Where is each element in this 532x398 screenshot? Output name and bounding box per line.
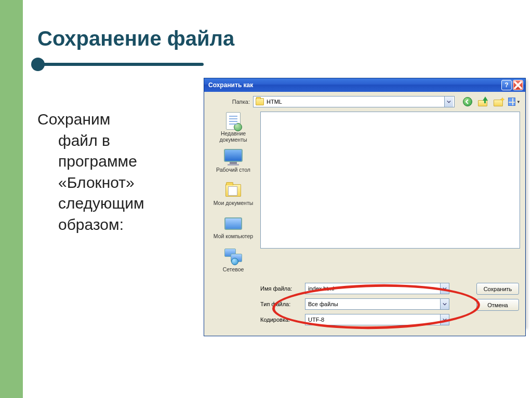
- up-one-level-button[interactable]: [477, 96, 489, 107]
- new-folder-icon: ✦: [494, 97, 504, 106]
- titlebar[interactable]: Сохранить как ?: [204, 78, 525, 92]
- desktop-icon: [224, 149, 242, 166]
- title-bar: [37, 63, 204, 66]
- help-button[interactable]: ?: [501, 80, 512, 90]
- encoding-select[interactable]: UTF-8: [305, 314, 449, 325]
- save-as-dialog: Сохранить как ? Папка: HTML: [204, 78, 526, 336]
- folder-toolbar: Папка: HTML: [204, 92, 525, 111]
- file-list-pane[interactable]: [260, 112, 520, 249]
- close-icon: [513, 80, 523, 90]
- places-mydocs-label: Мои документы: [214, 200, 254, 206]
- dialog-buttons: Сохранить Отмена: [476, 283, 519, 311]
- filename-value: index.html: [308, 285, 440, 292]
- bottom-fields: Имя файла: index.html Тип файла: Все фай…: [204, 280, 525, 336]
- filename-input[interactable]: index.html: [305, 283, 449, 294]
- places-desktop-label: Рабочий стол: [216, 167, 250, 173]
- slide: Сохранение файла Сохраним файл в програм…: [0, 0, 532, 398]
- places-bar: Недавние документы Рабочий стол Мои доку…: [209, 112, 257, 277]
- filetype-value: Все файлы: [308, 301, 440, 307]
- body-line1: Сохраним: [37, 111, 110, 128]
- title-underline: [37, 63, 495, 66]
- places-recent[interactable]: Недавние документы: [209, 112, 257, 144]
- chevron-down-icon[interactable]: [440, 314, 449, 325]
- filename-row: Имя файла: index.html: [209, 283, 520, 294]
- folder-combo[interactable]: HTML: [253, 96, 455, 107]
- accent-band: [0, 0, 23, 398]
- filename-label: Имя файла:: [260, 285, 301, 292]
- places-recent-label: Недавние документы: [209, 131, 257, 142]
- folder-name: HTML: [267, 99, 442, 105]
- slide-title: Сохранение файла: [37, 27, 505, 50]
- dialog-title: Сохранить как: [206, 81, 500, 89]
- back-icon: [463, 97, 472, 106]
- folder-icon: [256, 98, 264, 105]
- views-button[interactable]: ▼: [509, 96, 520, 107]
- chevron-down-icon[interactable]: [440, 299, 449, 309]
- slide-body: Сохраним файл в программе «Блокнот» след…: [37, 109, 193, 235]
- places-network[interactable]: Сетевое: [209, 244, 257, 277]
- body-rest: файл в программе «Блокнот» следующим обр…: [37, 130, 193, 236]
- my-computer-icon: [224, 215, 242, 232]
- chevron-down-icon[interactable]: [444, 97, 453, 107]
- filetype-select[interactable]: Все файлы: [305, 298, 449, 310]
- filetype-row: Тип файла: Все файлы: [209, 298, 520, 310]
- filetype-label: Тип файла:: [260, 301, 301, 307]
- places-mydocs[interactable]: Мои документы: [209, 178, 257, 210]
- my-documents-icon: [224, 182, 242, 199]
- title-block: Сохранение файла: [37, 27, 505, 66]
- places-mycomputer-label: Мой компьютер: [214, 234, 253, 239]
- places-network-label: Сетевое: [223, 267, 244, 272]
- nav-icons: ✦ ▼: [458, 96, 520, 107]
- chevron-down-icon[interactable]: [440, 283, 449, 294]
- dialog-body: Недавние документы Рабочий стол Мои доку…: [204, 111, 525, 280]
- encoding-label: Кодировка:: [260, 317, 301, 323]
- folder-label: Папка:: [209, 99, 250, 105]
- save-button[interactable]: Сохранить: [476, 283, 519, 295]
- folder-up-icon: [478, 97, 488, 106]
- recent-documents-icon: [224, 113, 242, 129]
- views-icon: ▼: [508, 97, 521, 107]
- back-button[interactable]: [462, 96, 473, 107]
- encoding-row: Кодировка: UTF-8: [209, 314, 520, 325]
- encoding-value: UTF-8: [308, 317, 440, 323]
- new-folder-button[interactable]: ✦: [493, 96, 504, 107]
- close-button[interactable]: [513, 80, 523, 90]
- places-mycomputer[interactable]: Мой компьютер: [209, 211, 257, 243]
- cancel-button[interactable]: Отмена: [476, 299, 519, 311]
- network-icon: [224, 249, 242, 265]
- places-desktop[interactable]: Рабочий стол: [209, 145, 257, 177]
